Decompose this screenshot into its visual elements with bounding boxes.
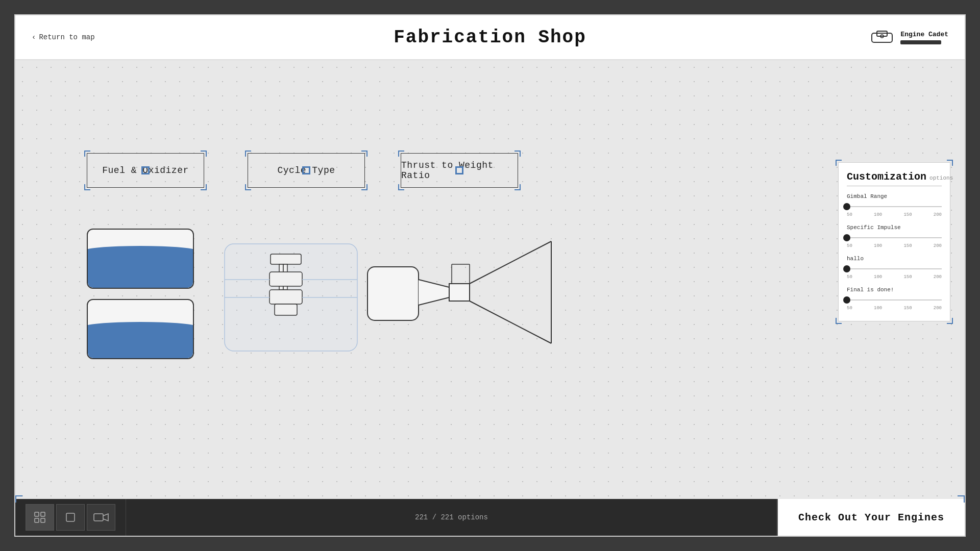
page-title: Fabrication Shop [394,27,586,48]
hallo-label: hallo [847,256,942,262]
cycle-type-label: Cycle Type [277,165,335,176]
gimbal-range-ticks: 50100150200 [847,212,942,217]
customization-panel: Customization options Gimbal Range 50100… [838,162,950,321]
customization-title-row: Customization options [847,171,942,186]
specific-impulse-group: Specific Impulse 50100150200 [847,224,942,248]
fuel-tank-2 [87,299,194,359]
svg-rect-20 [35,512,39,516]
svg-rect-23 [41,518,45,522]
svg-rect-24 [66,513,75,521]
thrust-weight-label: Thrust to Weight Ratio [401,160,518,181]
svg-rect-22 [35,518,39,522]
fuel-oxidizer-box[interactable]: Fuel & Oxidizer [87,153,204,188]
checkout-button[interactable]: Check Out Your Engines [777,499,965,536]
final-done-track[interactable] [847,295,942,305]
nozzle-diagram [362,218,556,366]
svg-rect-21 [41,512,45,516]
bottom-bar: 221 / 221 options Check Out Your Engines [15,499,965,536]
final-done-ticks: 50100150200 [847,306,942,311]
view-controls [15,499,126,536]
svg-rect-15 [449,284,470,301]
cadet-name: Engine Cadet [900,31,948,38]
return-label: Return to map [39,33,94,41]
cycle-diagram [214,239,378,361]
gimbal-range-label: Gimbal Range [847,193,942,199]
view-grid-button[interactable] [26,504,54,531]
cadet-progress-bar [900,40,941,44]
arrow-left-icon: ‹ [32,33,36,41]
gimbal-range-group: Gimbal Range 50100150200 [847,193,942,217]
gimbal-range-track[interactable] [847,202,942,212]
svg-rect-25 [94,514,103,521]
hallo-track[interactable] [847,264,942,274]
svg-rect-14 [368,267,419,320]
svg-rect-9 [275,304,297,315]
hallo-group: hallo 50100150200 [847,256,942,280]
header-right: Engine Cadet [870,29,948,45]
cycle-type-box[interactable]: Cycle Type [248,153,365,188]
main-window: ‹ Return to map Fabrication Shop Engine … [14,14,966,537]
fuel-oxidizer-label: Fuel & Oxidizer [102,165,189,176]
specific-impulse-track[interactable] [847,233,942,243]
options-count: 221 / 221 options [126,513,777,521]
view-camera-button[interactable] [87,504,115,531]
cadet-info: Engine Cadet [900,31,948,44]
svg-rect-8 [270,290,302,304]
svg-rect-7 [270,272,302,286]
specific-impulse-label: Specific Impulse [847,224,942,231]
customization-title: Customization [847,171,926,183]
specific-impulse-ticks: 50100150200 [847,243,942,248]
fuel-tank-1 [87,229,194,289]
cadet-icon [870,29,894,45]
customization-options-label: options [929,175,953,181]
header: ‹ Return to map Fabrication Shop Engine … [15,15,965,60]
content-area: Fuel & Oxidizer Cycle Type Thrust to Wei… [15,60,965,536]
final-done-label: Final is done! [847,287,942,293]
final-done-group: Final is done! 50100150200 [847,287,942,311]
thrust-weight-box[interactable]: Thrust to Weight Ratio [401,153,518,188]
view-single-button[interactable] [56,504,85,531]
hallo-ticks: 50100150200 [847,274,942,280]
return-to-map-button[interactable]: ‹ Return to map [32,33,95,41]
svg-rect-4 [271,254,301,264]
